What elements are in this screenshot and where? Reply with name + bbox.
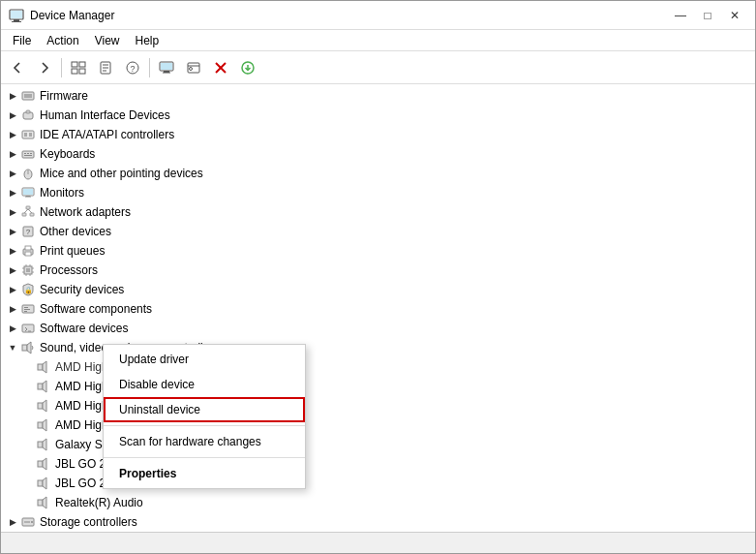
tree-item-hid[interactable]: ▶ Human Interface Devices	[1, 106, 755, 125]
window-title: Device Manager	[30, 9, 668, 22]
svg-rect-7	[79, 69, 85, 74]
menu-file[interactable]: File	[5, 32, 39, 49]
tree-item-mice[interactable]: ▶ Mice and other pointing devices	[1, 164, 755, 183]
context-menu-scan[interactable]: Scan for hardware changes	[104, 429, 305, 454]
svg-rect-50	[25, 246, 31, 250]
tree-item-softcomp[interactable]: ▶ Software components	[1, 299, 755, 319]
tree-item-monitors[interactable]: ▶ Monitors	[1, 183, 755, 202]
toggle-other[interactable]: ▶	[5, 224, 20, 239]
svg-point-20	[190, 67, 193, 70]
icon-firmware	[20, 88, 36, 104]
context-menu-sep	[104, 425, 305, 426]
tree-item-keyboards[interactable]: ▶ Keyboards	[1, 144, 755, 164]
menu-action[interactable]: Action	[39, 32, 86, 49]
toggle-print[interactable]: ▶	[5, 243, 20, 259]
svg-rect-44	[30, 213, 34, 216]
menu-view[interactable]: View	[87, 32, 128, 49]
label-mice: Mice and other pointing devices	[40, 167, 203, 180]
svg-line-46	[28, 209, 32, 213]
svg-rect-3	[11, 11, 22, 18]
toggle-processors[interactable]: ▶	[5, 262, 20, 278]
device-tree[interactable]: ▶ Firmware ▶ Human Interface Devices ▶	[1, 84, 755, 532]
toggle-keyboards[interactable]: ▶	[5, 146, 20, 162]
download-button[interactable]	[235, 55, 260, 80]
svg-rect-64	[24, 307, 28, 308]
tree-item-softdev[interactable]: ▶ Software devices	[1, 319, 755, 338]
app-icon	[9, 8, 24, 23]
tree-item-ide[interactable]: ▶ IDE ATA/ATAPI controllers	[1, 125, 755, 144]
toggle-firmware[interactable]: ▶	[5, 88, 20, 104]
svg-rect-74	[38, 442, 43, 447]
tree-item-print[interactable]: ▶ Print queues	[1, 241, 755, 261]
label-network: Network adapters	[40, 205, 131, 219]
context-menu-update-driver[interactable]: Update driver	[104, 347, 305, 372]
context-menu-properties[interactable]: Properties	[104, 461, 305, 486]
main-area: ▶ Firmware ▶ Human Interface Devices ▶	[1, 84, 755, 532]
svg-rect-27	[26, 110, 30, 113]
toolbar-separator-1	[61, 58, 62, 77]
svg-rect-33	[27, 153, 29, 154]
toggle-monitors[interactable]: ▶	[5, 185, 20, 200]
toggle-ide[interactable]: ▶	[5, 127, 20, 142]
tree-item-network[interactable]: ▶ Network adapters	[1, 202, 755, 222]
label-security: Security devices	[40, 283, 124, 296]
toggle-network[interactable]: ▶	[5, 204, 20, 220]
menu-help[interactable]: Help	[128, 32, 167, 49]
label-keyboards: Keyboards	[40, 147, 95, 161]
toggle-sound[interactable]: ▼	[5, 340, 20, 355]
toggle-softcomp[interactable]: ▶	[5, 301, 20, 317]
toggle-security[interactable]: ▶	[5, 282, 20, 297]
tree-item-storage[interactable]: ▶ Storage controllers	[1, 512, 755, 532]
svg-rect-35	[24, 155, 32, 156]
tree-item-firmware[interactable]: ▶ Firmware	[1, 86, 755, 106]
svg-rect-70	[38, 364, 43, 370]
svg-rect-51	[25, 252, 31, 256]
toggle-amd1	[20, 359, 36, 375]
svg-rect-31	[22, 151, 34, 158]
menu-bar: File Action View Help	[1, 30, 755, 51]
context-menu-disable[interactable]: Disable device	[104, 372, 305, 397]
maximize-button[interactable]: □	[695, 5, 720, 26]
tree-item-other[interactable]: ▶ ? Other devices	[1, 222, 755, 241]
svg-rect-39	[23, 189, 33, 195]
svg-rect-73	[38, 422, 43, 428]
remove-button[interactable]	[208, 55, 233, 80]
back-button[interactable]	[5, 55, 30, 80]
svg-point-79	[31, 521, 33, 523]
forward-button[interactable]	[32, 55, 57, 80]
icon-keyboards	[20, 146, 36, 162]
svg-rect-66	[24, 311, 27, 312]
toggle-storage[interactable]: ▶	[5, 514, 20, 530]
minimize-button[interactable]: —	[668, 5, 693, 26]
icon-amd2	[36, 379, 51, 394]
icon-jbl2	[36, 476, 51, 491]
icon-jbl1	[36, 456, 51, 472]
icon-storage	[20, 514, 36, 530]
properties-button[interactable]	[93, 55, 118, 80]
toolbar-separator-2	[149, 58, 150, 77]
tree-item-realtek[interactable]: Realtek(R) Audio	[1, 493, 755, 512]
toggle-hid[interactable]: ▶	[5, 108, 20, 123]
monitor-button[interactable]	[154, 55, 179, 80]
svg-rect-75	[38, 461, 43, 467]
scan-button[interactable]	[181, 55, 206, 80]
label-other: Other devices	[40, 225, 111, 238]
close-button[interactable]: ✕	[722, 5, 747, 26]
context-menu-uninstall[interactable]: Uninstall device	[104, 397, 305, 422]
show-hide-button[interactable]	[66, 55, 91, 80]
svg-rect-43	[22, 213, 26, 216]
help-button[interactable]: ?	[120, 55, 145, 80]
svg-rect-28	[22, 131, 34, 138]
label-hid: Human Interface Devices	[40, 108, 170, 122]
tree-item-security[interactable]: ▶ 🔒 Security devices	[1, 280, 755, 299]
tree-item-processors[interactable]: ▶ Processors	[1, 261, 755, 280]
svg-rect-15	[161, 63, 172, 70]
toggle-mice[interactable]: ▶	[5, 166, 20, 181]
label-monitors: Monitors	[40, 186, 84, 200]
icon-monitors	[20, 185, 36, 200]
svg-rect-25	[24, 94, 32, 98]
icon-network	[20, 204, 36, 220]
toggle-softdev[interactable]: ▶	[5, 321, 20, 336]
device-manager-window: Device Manager — □ ✕ File Action View He…	[0, 0, 756, 554]
icon-realtek	[36, 495, 51, 510]
